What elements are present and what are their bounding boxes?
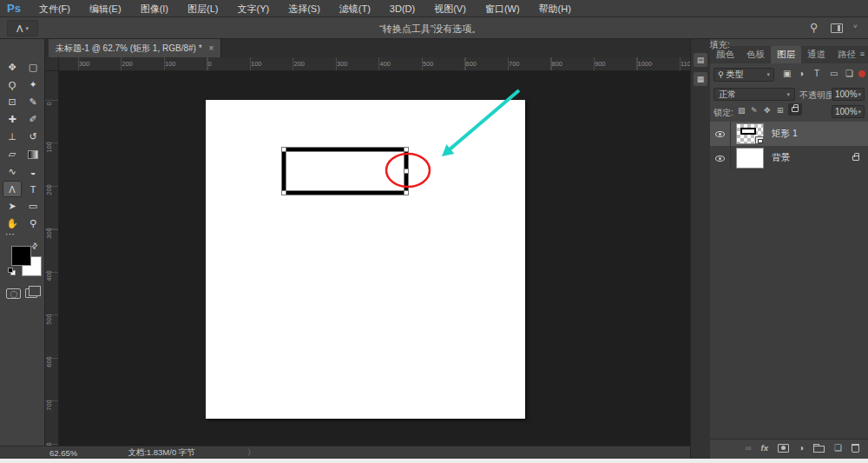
close-icon[interactable]: × [209,43,214,53]
clone-stamp-tool[interactable]: ⊥ [3,129,22,145]
layer-filter-toggle[interactable] [858,70,865,77]
menu-item-10[interactable]: 帮助(H) [529,3,581,14]
tool-options-message: “转换点工具”没有选项。 [379,23,481,36]
menu-item-0[interactable]: 文件(F) [30,3,80,14]
h-ruler-label: 100 [165,60,176,68]
adjustment-layer-icon[interactable]: ◑ [799,443,804,453]
layers-panel-footer: ∞ fx ◑ ❏ [710,439,868,456]
layer-style-fx-icon[interactable]: fx [761,443,768,453]
tools-panel: ✥▢Ϙ✦⊡✎✚✐⊥↺▱∿◒ΛT➤▭✋⚲ ⋯ ⇄ [0,39,45,446]
convert-point-tool[interactable]: Λ [3,181,22,197]
panel-tab-图层[interactable]: 图层 [771,46,801,63]
rectangle-shape-tool[interactable]: ▭ [23,198,43,215]
quick-selection-tool[interactable]: ✦ [23,76,43,93]
quick-mask-button[interactable] [6,288,21,299]
panel-menu-icon[interactable]: ≡ [860,50,865,58]
blend-mode-select[interactable]: 正常 ▾ [713,88,795,101]
panel-tab-通道[interactable]: 通道 [801,46,832,63]
eyedropper-tool-icon: ✎ [29,96,36,108]
menu-item-4[interactable]: 文字(Y) [227,3,279,14]
filter-pixel-layers-icon[interactable]: ▣ [783,69,791,78]
gradient-tool[interactable] [23,146,43,162]
rectangular-marquee-tool[interactable]: ▢ [23,59,43,76]
layer-thumbnail[interactable] [736,123,764,144]
menu-item-9[interactable]: 窗口(W) [476,3,529,14]
v-ruler-label: 200 [45,182,53,199]
path-selection-tool-icon: ➤ [8,201,16,212]
search-icon[interactable]: ⚲ [810,21,819,34]
brush-tool[interactable]: ✐ [23,111,43,128]
collapsed-panel-dock: ▤▦ [690,39,710,459]
layer-visibility-cell[interactable] [710,146,731,170]
zoom-tool[interactable]: ⚲ [23,215,43,232]
lock-position-icon[interactable]: ✥ [764,106,771,115]
menu-item-1[interactable]: 编辑(E) [80,3,131,14]
status-chevron-icon[interactable]: 〉 [247,447,256,459]
workspace-switcher-icon[interactable] [831,23,843,33]
menu-item-8[interactable]: 视图(V) [424,3,476,14]
healing-brush-tool[interactable]: ✚ [3,111,22,128]
lock-artboard-icon[interactable]: ⊞ [777,106,784,115]
document-canvas[interactable] [206,100,525,419]
lasso-tool[interactable]: Ϙ [3,76,22,93]
layer-row-背景[interactable]: 背景 [710,146,868,170]
new-layer-icon[interactable]: ❏ [834,443,842,453]
foreground-color-swatch[interactable] [11,246,31,266]
panel-tab-路径[interactable]: 路径 [832,46,862,63]
layer-thumbnail[interactable] [736,148,764,169]
history-brush-tool[interactable]: ↺ [23,129,43,145]
opacity-value-select[interactable]: 100% ▾ [832,88,865,101]
filter-shape-layers-icon[interactable]: ▭ [830,69,838,78]
dodge-tool-icon: ◒ [30,167,36,177]
menu-item-2[interactable]: 图像(I) [131,3,178,14]
smudge-tool[interactable]: ∿ [3,163,22,180]
menu-item-6[interactable]: 滤镜(T) [330,3,380,14]
new-group-icon[interactable] [813,446,825,453]
chevron-down-icon: ▾ [786,91,790,98]
type-tool-icon: T [30,184,36,195]
shape-layer-badge-icon [755,136,764,144]
chevron-down-icon[interactable]: ˅ [853,23,858,30]
dock-panel-icon-2[interactable]: ▦ [694,72,707,86]
lock-all-button[interactable] [788,103,802,116]
panel-tab-色板[interactable]: 色板 [740,46,771,63]
eraser-tool[interactable]: ▱ [3,146,22,162]
layer-row-矩形 1[interactable]: 矩形 1 [710,122,868,146]
document-tab[interactable]: 未标题-1 @ 62.7% (矩形 1, RGB/8#) * × [49,39,221,57]
menu-items: 文件(F)编辑(E)图像(I)图层(L)文字(Y)选择(S)滤镜(T)3D(D)… [30,0,581,17]
lasso-tool-icon: Ϙ [9,80,16,90]
menu-item-3[interactable]: 图层(L) [178,3,227,14]
path-selection-tool[interactable]: ➤ [3,198,22,215]
gradient-tool-icon [28,150,38,159]
lock-pixels-icon[interactable]: ✎ [751,106,758,115]
filter-adjustment-layers-icon[interactable]: ◑ [799,69,804,78]
canvas-area[interactable]: 3002001000100200300400500600700800900100… [45,57,690,446]
crop-tool[interactable]: ⊡ [3,94,22,110]
lock-icon [792,107,799,112]
edit-toolbar-ellipsis[interactable]: ⋯ [5,228,16,240]
add-layer-mask-icon[interactable] [778,444,789,453]
menu-item-7[interactable]: 3D(D) [380,3,424,14]
eyedropper-tool[interactable]: ✎ [23,94,43,110]
tool-options-bar: Λ ▾ “转换点工具”没有选项。 ⚲ ˅ [0,17,868,39]
h-ruler-label: 500 [423,60,434,68]
filter-smart-objects-icon[interactable]: ❏ [845,69,853,78]
lock-transparent-icon[interactable]: ▨ [738,106,746,115]
move-tool[interactable]: ✥ [3,59,22,76]
current-tool-button[interactable]: Λ ▾ [7,20,38,36]
fill-value-select[interactable]: 100% ▾ [832,105,865,118]
filter-type-layers-icon[interactable]: T [814,69,819,78]
link-layers-icon[interactable]: ∞ [745,443,751,453]
layer-visibility-cell[interactable] [710,122,731,146]
dock-panel-icon-1[interactable]: ▤ [694,53,707,67]
layer-filter-type-select[interactable]: ⚲ 类型 ▾ [713,68,774,82]
brush-tool-icon: ✐ [29,114,36,125]
screen-mode-button[interactable] [25,288,37,298]
status-zoom-level[interactable]: 62.65% [49,448,77,458]
v-ruler-label: 800 [45,440,53,446]
delete-layer-icon[interactable] [852,444,859,453]
type-tool[interactable]: T [23,181,43,197]
default-colors-icon[interactable] [8,268,16,276]
menu-item-5[interactable]: 选择(S) [279,3,330,14]
dodge-tool[interactable]: ◒ [23,163,43,180]
